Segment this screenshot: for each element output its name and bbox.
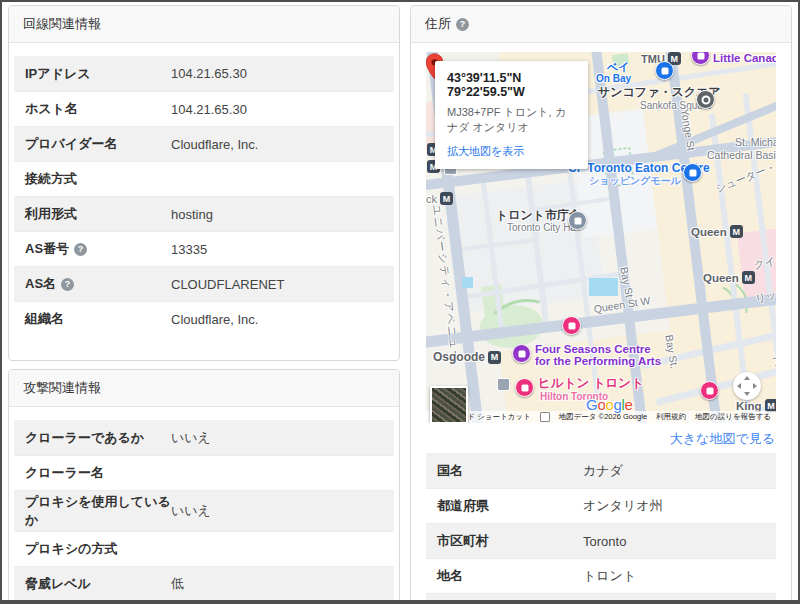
row-value: 104.21.65.30 (171, 102, 255, 117)
map-pan-control[interactable] (733, 372, 761, 400)
row-value: Cloudflare, Inc. (171, 137, 266, 152)
row-label: 組織名 (14, 310, 171, 328)
table-row: プロバイダー名 Cloudflare, Inc. (14, 126, 394, 161)
row-label: 国名 (426, 462, 583, 480)
map-data-attribution: 地図データ ©2026 Google (559, 412, 647, 422)
table-row: IPアドレス 104.21.65.30 (14, 56, 394, 91)
table-row: 脅威レベル 低 (14, 566, 394, 601)
sankofa-square-poi-icon[interactable] (696, 90, 715, 109)
table-row: プロキシを使用しているか いいえ (14, 490, 394, 531)
table-row: 都道府県 オンタリオ州 (426, 488, 776, 523)
city-hall-poi-icon[interactable] (568, 211, 587, 230)
eaton-centre-poi-icon[interactable] (683, 163, 702, 182)
row-label: 地名 (426, 567, 583, 585)
osgoode-station-label[interactable]: OsgoodeM (433, 350, 501, 364)
row-value: 104.21.65.30 (171, 66, 255, 81)
row-value: Toronto (583, 534, 634, 549)
row-label: AS名 (14, 275, 171, 293)
table-row: AS番号 13335 (14, 231, 394, 266)
table-row: 利用形式 hosting (14, 196, 394, 231)
row-value: カナダ (583, 462, 631, 480)
row-value: 13335 (171, 242, 215, 257)
four-seasons-poi-icon[interactable] (512, 344, 531, 363)
row-value: 低 (171, 575, 192, 593)
attack-info-card: 攻撃関連情報 クローラーであるか いいえ クローラー名 プロキシを使用しているか… (8, 369, 400, 604)
map-label-eaton-centre-sub[interactable]: ショッピングモール (589, 175, 681, 186)
row-value: CLOUDFLARENET (171, 277, 292, 292)
row-label: 市区町村 (426, 532, 583, 550)
address-card-title: 住所 (411, 6, 791, 43)
row-label: 脅威レベル (14, 575, 171, 593)
row-value: トロント (583, 567, 644, 585)
attack-info-table: クローラーであるか いいえ クローラー名 プロキシを使用しているか いいえ プロ… (9, 407, 399, 601)
table-row: 組織名 Cloudflare, Inc. (14, 301, 394, 336)
row-label: プロキシを使用しているか (14, 493, 171, 529)
table-row: 市区町村 Toronto (426, 523, 776, 558)
transit-icon[interactable] (497, 378, 510, 391)
map-label-little-canada[interactable]: Little Canada (713, 52, 776, 65)
help-icon[interactable] (456, 18, 469, 31)
row-label: 利用形式 (14, 205, 171, 223)
table-row: ホスト名 104.21.65.30 (14, 91, 394, 126)
table-row: プロキシの方式 (14, 531, 394, 566)
terms-link[interactable]: 利用規約 (656, 412, 686, 422)
subway-icon: M (742, 271, 755, 284)
row-label: クローラーであるか (14, 429, 171, 447)
map-label-st-patrick-partial: ck (426, 193, 437, 205)
satellite-view-toggle[interactable] (430, 386, 468, 423)
row-label: プロバイダー名 (14, 135, 171, 153)
help-icon[interactable] (74, 243, 87, 256)
plus-code-text: MJ38+7PF トロント, カナダ オンタリオ (447, 105, 576, 135)
line-info-table: IPアドレス 104.21.65.30 ホスト名 104.21.65.30 プロ… (9, 43, 399, 336)
address-card: 住所 (410, 5, 792, 604)
row-value: hosting (171, 207, 221, 222)
coordinates-text: 43°39'11.5"N 79°22'59.5"W (447, 71, 576, 99)
map-label-four-seasons-2[interactable]: for the Performing Arts (535, 355, 661, 368)
table-row: 国名 カナダ (426, 453, 776, 488)
attack-info-card-title: 攻撃関連情報 (9, 370, 399, 407)
row-value: いいえ (171, 502, 219, 520)
row-label: クローラー名 (14, 464, 171, 482)
google-map-embed[interactable]: TMUM Little Canada ベイ On Bay サンコファ・スクエア … (426, 52, 776, 423)
map-label-bay-store-jp[interactable]: ベイ (607, 61, 630, 73)
table-row: 地名 トロント (426, 558, 776, 593)
row-label: 接続方式 (14, 170, 171, 188)
queen-station-label-2[interactable]: QueenM (703, 271, 755, 284)
row-value: Cloudflare, Inc. (171, 312, 266, 327)
google-logo: Google (586, 396, 633, 413)
map-label-four-seasons-1[interactable]: Four Seasons Centre (535, 343, 651, 356)
pool-rectangle (589, 278, 618, 296)
map-info-box: 43°39'11.5"N 79°22'59.5"W MJ38+7PF トロント,… (435, 61, 588, 169)
pool-rectangle-small (462, 277, 473, 288)
help-icon[interactable] (61, 278, 74, 291)
expand-map-link[interactable]: 拡大地図を表示 (447, 144, 576, 159)
address-table: 国名 カナダ 都道府県 オンタリオ州 市区町村 Toronto 地名 トロント (426, 453, 776, 604)
bay-store-poi-icon[interactable] (655, 61, 674, 80)
map-label-bay-store-en[interactable]: On Bay (596, 73, 631, 84)
map-label-st-michaels-2[interactable]: Cathedral Basilica (707, 150, 776, 162)
hilton-poi-icon[interactable] (515, 378, 534, 397)
table-row-partial (426, 593, 776, 604)
queen-station-label[interactable]: QueenM (691, 225, 743, 238)
hotel-poi-icon[interactable] (562, 316, 581, 335)
row-value: いいえ (171, 429, 219, 447)
row-label: AS番号 (14, 240, 171, 258)
table-row: AS名 CLOUDFLARENET (14, 266, 394, 301)
map-label-hilton-jp[interactable]: ヒルトン トロント (538, 377, 644, 391)
table-row: クローラー名 (14, 455, 394, 490)
keyboard-icon (540, 412, 550, 422)
table-row: クローラーであるか いいえ (14, 420, 394, 455)
table-row: 接続方式 (14, 161, 394, 196)
map-label-st-michaels-1[interactable]: St. Michael's (735, 137, 776, 149)
view-larger-map-link[interactable]: 大きな地図で見る (427, 430, 775, 448)
row-label: プロキシの方式 (14, 540, 171, 558)
subway-icon: M (730, 225, 743, 238)
line-info-card-title: 回線関連情報 (9, 6, 399, 43)
subway-icon: M (488, 351, 501, 364)
report-error-link[interactable]: 地図の誤りを報告する (695, 412, 771, 422)
row-label: IPアドレス (14, 65, 171, 83)
row-value: オンタリオ州 (583, 497, 671, 515)
row-label: ホスト名 (14, 100, 171, 118)
hotel-poi-icon-2[interactable] (700, 381, 719, 400)
row-label: 都道府県 (426, 497, 583, 515)
